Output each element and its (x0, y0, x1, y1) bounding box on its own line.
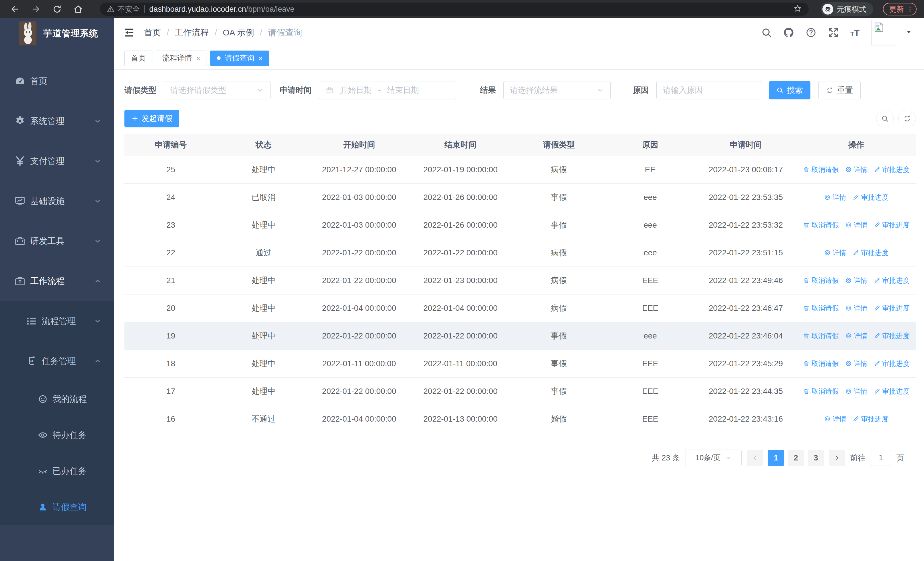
browser-menu-dots-icon[interactable] (906, 5, 914, 13)
page-size-select[interactable]: 10条/页 (685, 450, 742, 466)
breadcrumb-item[interactable]: 首页 (144, 27, 161, 39)
broken-image-icon (873, 22, 884, 33)
cancel-link[interactable]: 取消请假 (803, 331, 839, 340)
table-row[interactable]: 24已取消2022-01-03 00:00:002022-01-26 00:00… (124, 183, 916, 211)
reset-button[interactable]: 重置 (818, 81, 861, 99)
detail-link[interactable]: 详情 (824, 193, 846, 202)
detail-link[interactable]: 详情 (824, 415, 846, 424)
cancel-link[interactable]: 取消请假 (803, 359, 839, 368)
bookmark-star-icon[interactable] (793, 4, 802, 14)
cell-reason: EEE (605, 405, 695, 433)
search-icon[interactable] (760, 26, 773, 39)
sidebar-item[interactable]: 流程管理 (0, 301, 114, 341)
security-indicator[interactable]: 不安全 (107, 4, 140, 14)
detail-link[interactable]: 详情 (845, 221, 867, 230)
sidebar-item[interactable]: 系统管理 (0, 101, 114, 141)
table-row[interactable]: 25处理中2021-12-27 00:00:002022-01-19 00:00… (124, 156, 916, 183)
cell-start: 2022-01-11 00:00:00 (310, 350, 408, 378)
cancel-label: 取消请假 (812, 331, 839, 340)
address-bar[interactable]: 不安全 dashboard.yudao.iocoder.cn/bpm/oa/le… (100, 3, 809, 16)
breadcrumb-item[interactable]: 工作流程 (175, 27, 209, 39)
toggle-search-button[interactable] (876, 110, 894, 127)
browser-back-icon[interactable] (8, 2, 22, 16)
github-icon[interactable] (783, 26, 795, 39)
leave-type-select[interactable]: 请选择请假类型 (164, 81, 270, 99)
sidebar-item[interactable]: 待办任务 (0, 417, 114, 453)
fullscreen-icon[interactable] (827, 26, 840, 39)
cancel-link[interactable]: 取消请假 (803, 304, 839, 313)
table-row[interactable]: 23处理中2022-01-03 00:00:002022-01-26 00:00… (124, 211, 916, 239)
sidebar-item[interactable]: 我的流程 (0, 381, 114, 417)
page-button-2[interactable]: 2 (788, 450, 804, 466)
detail-link[interactable]: 详情 (845, 276, 867, 285)
browser-forward-icon[interactable] (28, 2, 44, 16)
detail-link[interactable]: 详情 (845, 359, 867, 368)
browser-home-icon[interactable] (71, 2, 86, 16)
goto-page-input[interactable] (871, 450, 891, 466)
avatar-caret-down-icon[interactable] (905, 28, 913, 37)
progress-link[interactable]: 审批进度 (874, 221, 910, 230)
prev-page-button[interactable] (747, 450, 763, 466)
progress-link[interactable]: 审批进度 (874, 387, 910, 396)
progress-link[interactable]: 审批进度 (874, 165, 910, 174)
sidebar-item[interactable]: 已办任务 (0, 453, 114, 489)
result-select[interactable]: 请选择流结果 (503, 81, 610, 99)
page-button-3[interactable]: 3 (808, 450, 824, 466)
cancel-link[interactable]: 取消请假 (803, 221, 839, 230)
progress-link[interactable]: 审批进度 (874, 331, 910, 340)
date-range-input[interactable]: 开始日期 - 结束日期 (319, 81, 456, 99)
reason-input[interactable]: 请输入原因 (656, 81, 761, 99)
sidebar-item[interactable]: 支付管理 (0, 141, 114, 181)
next-page-button[interactable] (829, 450, 845, 466)
close-tab-icon[interactable]: × (196, 54, 200, 62)
progress-link[interactable]: 审批进度 (874, 276, 910, 285)
detail-link[interactable]: 详情 (824, 248, 846, 257)
table-row[interactable]: 16不通过2022-01-04 00:00:002022-01-13 00:00… (124, 405, 916, 433)
logo-row[interactable]: 芋道管理系统 (0, 18, 114, 48)
progress-link[interactable]: 审批进度 (874, 304, 910, 313)
cancel-link[interactable]: 取消请假 (803, 165, 839, 174)
sidebar-item[interactable]: 基础设施 (0, 181, 114, 221)
detail-link[interactable]: 详情 (845, 304, 867, 313)
font-size-icon[interactable] (849, 26, 862, 39)
calendar-icon (326, 86, 334, 94)
avatar[interactable] (872, 20, 897, 45)
page-button-1[interactable]: 1 (768, 450, 784, 466)
detail-link[interactable]: 详情 (845, 387, 867, 396)
browser-reload-icon[interactable] (50, 2, 64, 16)
sidebar-item[interactable]: 首页 (0, 61, 114, 101)
table-row[interactable]: 17处理中2022-01-22 00:00:002022-01-22 00:00… (124, 378, 916, 405)
cancel-link[interactable]: 取消请假 (803, 276, 839, 285)
detail-link[interactable]: 详情 (845, 331, 867, 340)
tab-item[interactable]: 首页 (124, 51, 152, 66)
table-row[interactable]: 19处理中2022-01-22 00:00:002022-01-22 00:00… (124, 322, 916, 350)
create-leave-button[interactable]: 发起请假 (124, 110, 179, 127)
cancel-link[interactable]: 取消请假 (803, 387, 839, 396)
progress-link[interactable]: 审批进度 (853, 248, 889, 257)
sidebar-item[interactable]: 请假查询 (0, 489, 114, 525)
refresh-table-button[interactable] (898, 110, 916, 127)
table-row[interactable]: 20处理中2022-01-04 00:00:002022-01-04 00:00… (124, 294, 916, 322)
progress-link[interactable]: 审批进度 (853, 193, 889, 202)
breadcrumb-item[interactable]: OA 示例 (223, 27, 254, 39)
search-button[interactable]: 搜索 (769, 81, 810, 99)
sidebar-item[interactable]: 研发工具 (0, 221, 114, 261)
cancel-label: 取消请假 (812, 165, 839, 174)
progress-link[interactable]: 审批进度 (874, 359, 910, 368)
browser-update-button[interactable]: 更新 (883, 3, 916, 15)
sidebar-collapse-icon[interactable] (122, 25, 136, 40)
table-row[interactable]: 18处理中2022-01-11 00:00:002022-01-11 00:00… (124, 350, 916, 378)
sidebar-item[interactable]: 任务管理 (0, 341, 114, 381)
tab-item[interactable]: 流程详情× (156, 51, 207, 66)
help-icon[interactable] (805, 26, 817, 39)
tab-active[interactable]: 请假查询× (210, 51, 269, 66)
edit-icon (853, 250, 859, 256)
sidebar-item[interactable]: 工作流程 (0, 261, 114, 301)
detail-link[interactable]: 详情 (845, 165, 867, 174)
progress-link[interactable]: 审批进度 (853, 415, 889, 424)
table-row[interactable]: 21处理中2022-01-22 00:00:002022-01-23 00:00… (124, 266, 916, 294)
progress-label: 审批进度 (882, 387, 910, 396)
table-row[interactable]: 22通过2022-01-22 00:00:002022-01-22 00:00:… (124, 239, 916, 266)
cell-status: 已取消 (217, 183, 310, 211)
close-tab-icon[interactable]: × (258, 54, 262, 62)
